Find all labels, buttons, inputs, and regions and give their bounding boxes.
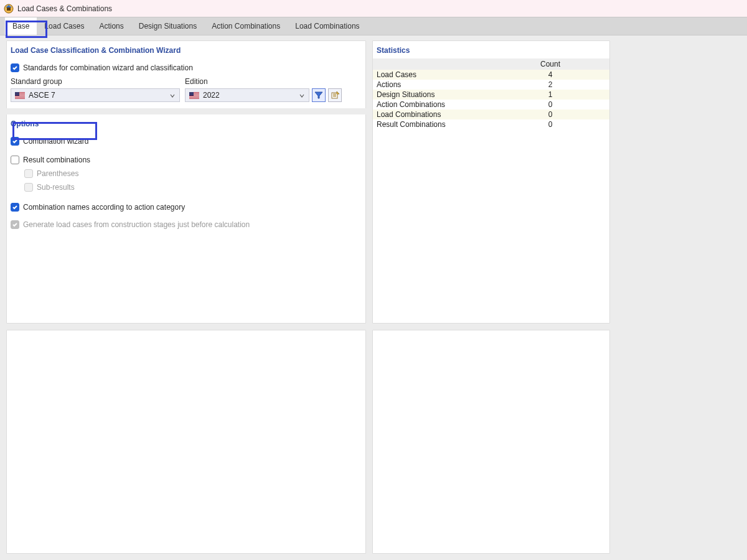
generate-lc-label: Generate load cases from construction st… [23,220,250,229]
standards-checkbox-row: Standards for combination wizard and cla… [11,61,362,75]
bottom-left-panel [6,330,366,554]
tab-load-combinations[interactable]: Load Combinations [288,17,367,35]
table-row: Action Combinations0 [373,100,609,110]
parentheses-label: Parentheses [37,169,78,178]
section-divider [3,108,369,114]
stat-count: 1 [491,90,609,100]
tab-strip: Base Load Cases Actions Design Situation… [0,17,747,35]
chevron-down-icon [169,92,176,98]
statistics-title: Statistics [373,41,609,58]
statistics-table: Count Load Cases4Actions2Design Situatio… [373,58,609,129]
bottom-right-panel [372,330,610,554]
result-combinations-row: Result combinations [11,153,362,167]
titlebar: Load Cases & Combinations [0,0,747,17]
content-area: Load Case Classification & Combination W… [0,35,747,560]
combo-names-label: Combination names according to action ca… [23,203,185,212]
sub-results-row: Sub-results [24,180,362,194]
sub-results-label: Sub-results [37,183,75,192]
svg-rect-9 [15,92,19,96]
edition-field: Edition 2022 [185,77,342,102]
generate-lc-checkbox [11,220,19,229]
table-row: Load Cases4 [373,70,609,80]
stat-count: 0 [491,119,609,129]
standard-group-select[interactable]: ASCE 7 [11,88,180,102]
window-title: Load Cases & Combinations [17,4,112,13]
stat-name: Actions [373,80,491,90]
svg-rect-16 [189,92,194,96]
left-panel: Load Case Classification & Combination W… [6,40,366,324]
statistics-count-header: Count [491,58,609,70]
standards-checkbox-label: Standards for combination wizard and cla… [23,63,193,72]
statistics-name-header [373,58,491,70]
parentheses-checkbox [24,169,33,178]
tab-load-cases[interactable]: Load Cases [37,17,92,35]
stat-name: Result Combinations [373,119,491,129]
parentheses-row: Parentheses [24,167,362,180]
table-row: Load Combinations0 [373,110,609,119]
svg-rect-8 [15,98,25,98]
stat-count: 0 [491,100,609,110]
us-flag-icon [189,92,199,99]
stat-name: Action Combinations [373,100,491,110]
generate-lc-row: Generate load cases from construction st… [11,218,362,231]
stat-count: 0 [491,110,609,119]
tab-actions[interactable]: Actions [92,17,131,35]
tab-action-combinations[interactable]: Action Combinations [204,17,288,35]
table-row: Result Combinations0 [373,119,609,129]
stat-name: Load Cases [373,70,491,80]
stat-count: 4 [491,70,609,80]
standard-group-label: Standard group [11,77,180,86]
svg-marker-19 [337,91,339,94]
stat-name: Design Situations [373,90,491,100]
standards-checkbox[interactable] [11,63,19,72]
edition-select[interactable]: 2022 [185,88,309,102]
combination-wizard-checkbox[interactable] [11,137,19,146]
table-row: Design Situations1 [373,90,609,100]
standard-group-field: Standard group ASCE 7 [11,77,180,102]
wizard-section-title: Load Case Classification & Combination W… [7,41,365,58]
stat-count: 2 [491,80,609,90]
app-window: Load Cases & Combinations Base Load Case… [0,0,747,560]
us-flag-icon [15,92,25,99]
svg-rect-14 [189,96,199,97]
svg-marker-17 [315,92,322,98]
statistics-header-row: Count [373,58,609,70]
svg-rect-15 [189,98,199,98]
combo-names-checkbox[interactable] [11,203,19,212]
chevron-down-icon [299,92,305,98]
new-standard-button[interactable] [328,88,342,102]
options-section: Combination wizard Result combinations P… [7,132,365,236]
standards-fields: Standard group ASCE 7 Edition [11,77,362,102]
edition-label: Edition [185,77,342,86]
svg-rect-1 [7,7,11,11]
result-combinations-checkbox[interactable] [11,156,19,164]
svg-rect-7 [15,96,25,97]
wizard-section: Standards for combination wizard and cla… [7,58,365,108]
combination-wizard-label: Combination wizard [23,137,88,146]
combo-names-row: Combination names according to action ca… [11,200,362,214]
stat-name: Load Combinations [373,110,491,119]
edition-value: 2022 [203,91,295,100]
sub-results-checkbox [24,183,33,192]
app-icon [4,4,14,14]
statistics-panel: Statistics Count Load Cases4Actions2Desi… [372,40,610,324]
result-combinations-sub: Parentheses Sub-results [24,167,362,194]
table-row: Actions2 [373,80,609,90]
result-combinations-label: Result combinations [23,156,90,164]
options-section-title: Options [7,114,365,132]
filter-button[interactable] [312,88,326,102]
combination-wizard-row: Combination wizard [11,134,362,148]
tab-base[interactable]: Base [5,17,37,35]
standard-group-value: ASCE 7 [29,91,166,100]
tab-design-situations[interactable]: Design Situations [131,17,204,35]
